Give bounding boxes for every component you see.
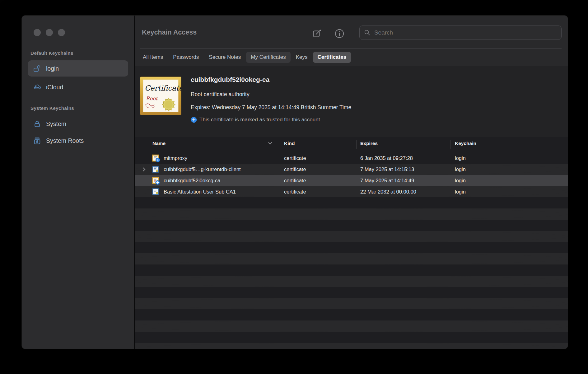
info-button[interactable] [334,28,345,39]
certificate-large-icon: Certificate Root [140,77,181,115]
svg-text:Root: Root [146,96,158,101]
certificate-expiry: Expires: Wednesday 7 May 2025 at 14:14:4… [191,104,351,111]
sidebar-item-system[interactable]: System [28,116,128,131]
certificate-icon [152,188,160,196]
tab-passwords[interactable]: Passwords [168,52,203,63]
search-icon [364,29,371,36]
cloud-key-icon [33,83,41,91]
column-divider[interactable] [356,140,357,149]
certificate-name: cuibbfkgdubf52i0okcg-ca [191,76,269,83]
cell-name: mitmproxy [164,152,187,164]
sidebar-section-system-keychains: System Keychains [30,105,74,111]
category-tabs: All Items Passwords Secure Notes My Cert… [138,50,351,64]
column-header-kind[interactable]: Kind [284,141,295,146]
certificate-list: mitmproxy certificate 6 Jan 2035 at 09:2… [135,152,568,349]
column-header-keychain[interactable]: Keychain [455,141,476,146]
cell-name: cuibbfkgdubf52i0okcg-ca [164,175,221,186]
empty-row[interactable] [135,208,568,220]
table-header: Name Kind Expires Keychain [135,137,568,152]
empty-row[interactable] [135,253,568,264]
column-divider[interactable] [450,140,450,149]
window-controls [34,29,65,36]
empty-row[interactable] [135,309,568,320]
table-row-selected[interactable]: cuibbfkgdubf52i0okcg-ca certificate 7 Ma… [135,175,568,186]
cell-keychain: login [455,164,466,175]
cell-expires: 7 May 2025 at 14:15:13 [360,164,414,175]
empty-row[interactable] [135,231,568,242]
empty-row[interactable] [135,242,568,253]
sidebar-item-system-roots[interactable]: System Roots [28,133,128,148]
empty-row[interactable] [135,298,568,309]
cell-name: cuibbfkgdubf5…g-kurrentdb-client [164,164,241,175]
main-area: Keychain Access All Items [135,16,568,349]
certificate-icon [152,165,160,174]
cell-kind: certificate [284,175,306,186]
column-header-expires[interactable]: Expires [360,141,378,146]
unlocked-padlock-icon [33,64,41,73]
compose-icon [312,29,322,39]
cell-name: Basic Attestation User Sub CA1 [164,186,236,197]
column-header-name[interactable]: Name [152,141,166,146]
empty-rows [135,197,568,349]
empty-row[interactable] [135,332,568,343]
disclosure-chevron-icon[interactable] [142,167,146,172]
certificate-trusted-icon [152,176,160,185]
table-row[interactable]: mitmproxy certificate 6 Jan 2035 at 09:2… [135,152,568,164]
cell-expires: 7 May 2025 at 14:14:49 [360,175,414,186]
sidebar-item-icloud[interactable]: iCloud [28,80,128,95]
compose-button[interactable] [311,28,323,39]
sidebar-item-label: System Roots [46,137,84,144]
cell-kind: certificate [284,152,306,164]
locked-padlock-icon [33,120,41,128]
column-divider[interactable] [506,140,506,149]
cell-keychain: login [455,186,466,197]
sidebar-item-label: iCloud [46,84,63,91]
sidebar-item-label: login [46,65,59,72]
zoom-button[interactable] [58,29,65,36]
empty-row[interactable] [135,197,568,208]
empty-row[interactable] [135,276,568,287]
empty-row[interactable] [135,264,568,276]
tab-secure-notes[interactable]: Secure Notes [204,52,245,63]
cell-expires: 22 Mar 2032 at 00:00:00 [360,186,416,197]
trust-text: This certificate is marked as trusted fo… [199,117,320,123]
empty-row[interactable] [135,220,568,231]
empty-row[interactable] [135,343,568,349]
sidebar-item-label: System [46,120,66,128]
cell-kind: certificate [284,164,306,175]
empty-row[interactable] [135,287,568,298]
sort-chevron-icon[interactable] [268,142,272,145]
search-field[interactable] [359,26,562,40]
cell-expires: 6 Jan 2035 at 09:27:28 [360,152,413,164]
sidebar: Default Keychains login iCloud System Ke… [22,16,134,349]
column-divider[interactable] [280,140,280,149]
sidebar-section-default-keychains: Default Keychains [30,50,73,56]
cell-keychain: login [455,175,466,186]
tab-my-certificates[interactable]: My Certificates [246,52,290,63]
info-icon [334,28,345,39]
tab-keys[interactable]: Keys [291,52,312,63]
keychain-access-window: Default Keychains login iCloud System Ke… [22,16,568,349]
certificate-type: Root certificate authority [191,91,250,98]
tab-all-items[interactable]: All Items [138,52,168,63]
minimize-button[interactable] [46,29,53,36]
trusted-plus-icon [191,117,197,123]
empty-row[interactable] [135,320,568,332]
close-button[interactable] [34,29,41,36]
certificate-trust-note: This certificate is marked as trusted fo… [191,117,320,123]
tab-certificates[interactable]: Certificates [313,52,351,63]
search-input[interactable] [374,29,557,36]
sidebar-item-login[interactable]: login [28,60,128,77]
certificate-detail-panel: Certificate Root cuibbfkgdubf52i0okcg-ca… [135,66,568,137]
window-title: Keychain Access [142,29,197,36]
table-row[interactable]: cuibbfkgdubf5…g-kurrentdb-client certifi… [135,164,568,175]
cell-kind: certificate [284,186,306,197]
cell-keychain: login [455,152,466,164]
table-row[interactable]: Basic Attestation User Sub CA1 certifica… [135,186,568,197]
toolbar-divider [140,48,562,49]
lockbox-icon [33,137,41,145]
certificate-trusted-icon [152,154,160,162]
svg-text:Certificate: Certificate [145,84,181,92]
